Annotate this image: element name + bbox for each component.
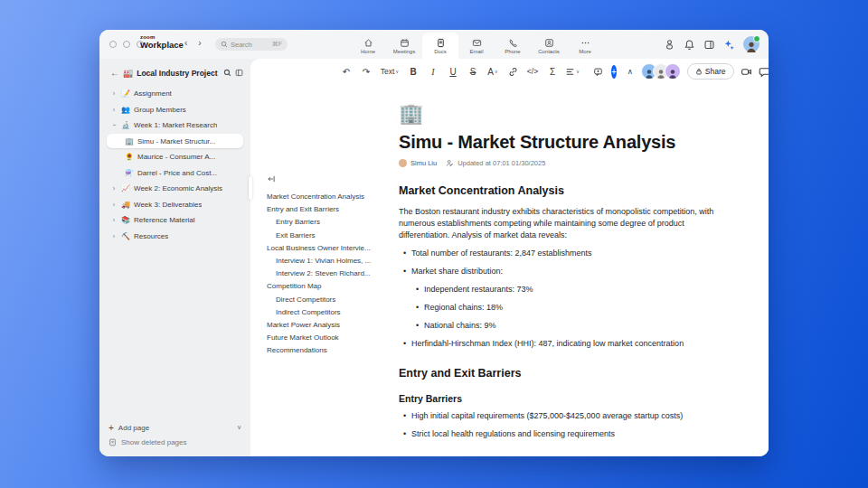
collapse-outline-icon[interactable] <box>267 174 386 183</box>
assistant-icon[interactable] <box>664 39 675 51</box>
sidebar-item-week2[interactable]: › 📈 Week 2: Economic Analysis <box>107 182 243 196</box>
sidebar-item-simu-doc[interactable]: 🏢 Simu - Market Structur... <box>107 134 243 148</box>
align-button[interactable]: ∨ <box>563 63 581 80</box>
italic-button[interactable]: I <box>424 63 442 80</box>
tab-docs[interactable]: Docs <box>422 33 458 59</box>
presence-avatars <box>641 63 681 80</box>
doc-bullet: High initial capital requirements ($275,… <box>399 410 732 422</box>
window-body: ← 🏭 Local Industry Project › 📝 Assignmen… <box>99 59 769 456</box>
show-deleted-pages-button[interactable]: Show deleted pages <box>108 435 241 449</box>
tab-more[interactable]: More <box>567 33 603 59</box>
desktop-background: zoom Workplace ‹ › Search ⌘F Home Meeti <box>0 0 868 488</box>
chevron-down-icon: ∨ <box>395 69 399 74</box>
collab-cluster: Share <box>641 63 769 80</box>
outline-item[interactable]: Interview 1: Vivian Holmes, ... <box>267 257 392 265</box>
outline-item[interactable]: Direct Competitors <box>267 296 392 304</box>
collaborator-avatar[interactable] <box>665 63 681 80</box>
outline-item[interactable]: Competition Map <box>267 282 382 290</box>
tab-contacts[interactable]: Contacts <box>531 33 567 59</box>
outline-item[interactable]: Interview 2: Steven Richard... <box>267 269 392 277</box>
link-button[interactable] <box>504 63 522 80</box>
panel-toggle-icon[interactable] <box>703 39 715 51</box>
insert-block-button[interactable]: + <box>611 65 617 79</box>
text-color-button[interactable]: A∨ <box>484 63 502 80</box>
sidebar-item-group-members[interactable]: › 👥 Group Members <box>107 102 243 117</box>
sidebar-item-darrel-doc[interactable]: ⚗️ Darrel - Price and Cost... <box>107 165 243 180</box>
document-title[interactable]: Simu - Market Structure Analysis <box>399 132 732 153</box>
user-avatar[interactable] <box>743 36 760 52</box>
tab-email[interactable]: Email <box>458 33 495 59</box>
chevron-right-icon[interactable]: › <box>110 107 118 113</box>
back-to-projects-icon[interactable]: ← <box>110 68 119 78</box>
doc-heading: Market Concentration Analysis <box>399 184 732 197</box>
chevron-down-icon[interactable]: › <box>111 122 118 129</box>
status-dot <box>753 35 760 42</box>
global-search-input[interactable]: Search ⌘F <box>215 38 288 51</box>
sidebar-search-icon[interactable] <box>223 69 231 77</box>
chat-bubble-icon[interactable] <box>759 66 769 78</box>
forward-icon[interactable]: › <box>198 38 201 48</box>
outline-item[interactable]: Market Concentration Analysis <box>267 192 382 201</box>
sidebar-item-week3[interactable]: › 🚚 Week 3: Deliverables <box>107 197 243 211</box>
sidebar-collapse-icon[interactable] <box>235 69 243 77</box>
back-icon[interactable]: ‹ <box>184 38 187 48</box>
doc-bullet: Strict local health regulations and lice… <box>399 428 732 440</box>
ai-companion-sparkle-icon[interactable] <box>723 39 735 51</box>
chevron-right-icon[interactable]: › <box>110 90 118 97</box>
sidebar-resize-handle[interactable] <box>249 176 252 200</box>
updated-by-icon <box>446 159 454 167</box>
close-window-icon[interactable] <box>109 41 117 48</box>
sidebar-item-reference-material[interactable]: › 📚 Reference Material <box>107 213 243 228</box>
window-controls[interactable] <box>109 41 144 48</box>
chevron-right-icon[interactable]: › <box>110 217 118 223</box>
outline-item[interactable]: Entry Barriers <box>267 218 392 226</box>
strikethrough-button[interactable]: S <box>464 63 482 80</box>
outline-item[interactable]: Market Power Analysis <box>267 321 382 329</box>
collapse-toolbar-button[interactable]: ∧ <box>621 63 639 80</box>
sidebar-item-week1[interactable]: › 🔬 Week 1: Market Research <box>107 118 243 133</box>
outline-item[interactable]: Exit Barriers <box>267 231 392 239</box>
outline-item[interactable]: Recommendations <box>267 346 382 354</box>
sidebar-item-assignment[interactable]: › 📝 Assignment <box>107 87 243 101</box>
doc-bullet: Market share distribution: <box>399 266 732 277</box>
phone-icon <box>508 38 518 48</box>
underline-button[interactable]: U <box>444 63 462 80</box>
bold-button[interactable]: B <box>404 63 422 80</box>
tab-home[interactable]: Home <box>350 33 386 59</box>
link-icon <box>508 67 518 77</box>
document-emoji-icon[interactable]: 🏢 <box>399 104 732 124</box>
document-editor[interactable]: 🏢 Simu - Market Structure Analysis Simu … <box>386 84 769 456</box>
people-icon: 👥 <box>121 106 130 114</box>
chevron-down-icon: ∨ <box>576 69 580 74</box>
outline-item[interactable]: Entry and Exit Barriers <box>267 205 382 213</box>
share-button[interactable]: Share <box>687 63 734 80</box>
video-camera-icon[interactable] <box>741 66 752 78</box>
tab-meetings[interactable]: Meetings <box>386 33 422 59</box>
sidebar-item-maurice-doc[interactable]: 🌻 Maurice - Consumer A... <box>107 150 243 164</box>
contacts-icon <box>544 38 554 48</box>
formula-button[interactable]: Σ <box>543 63 561 80</box>
alembic-icon: ⚗️ <box>125 169 134 177</box>
pick-icon: ⛏️ <box>121 232 130 240</box>
search-icon <box>221 41 228 48</box>
notifications-bell-icon[interactable] <box>684 39 695 51</box>
doc-bullet: National chains: 9% <box>399 320 732 332</box>
outline-item[interactable]: Local Business Owner Intervie... <box>267 244 382 252</box>
redo-button[interactable]: ↷ <box>357 63 375 80</box>
tab-phone[interactable]: Phone <box>495 33 531 59</box>
outline-item[interactable]: Future Market Outlook <box>267 333 382 342</box>
minimize-window-icon[interactable] <box>123 41 130 48</box>
text-style-dropdown[interactable]: Text∨ <box>381 63 399 80</box>
sidebar-item-resources[interactable]: › ⛏️ Resources <box>107 229 243 243</box>
chevron-down-icon[interactable]: ∨ <box>237 424 241 431</box>
chevron-right-icon[interactable]: › <box>110 233 118 239</box>
comment-button[interactable] <box>589 63 607 80</box>
chevron-right-icon[interactable]: › <box>110 202 118 208</box>
chevron-right-icon[interactable]: › <box>110 185 118 192</box>
doc-heading: Entry and Exit Barriers <box>399 367 732 380</box>
add-page-button[interactable]: + Add page ∨ <box>108 420 241 435</box>
outline-item[interactable]: Indirect Competitors <box>267 308 392 316</box>
code-button[interactable]: </> <box>524 63 542 80</box>
undo-button[interactable]: ↶ <box>337 63 355 80</box>
page-tree: › 📝 Assignment › 👥 Group Members › 🔬 Wee… <box>99 85 250 418</box>
